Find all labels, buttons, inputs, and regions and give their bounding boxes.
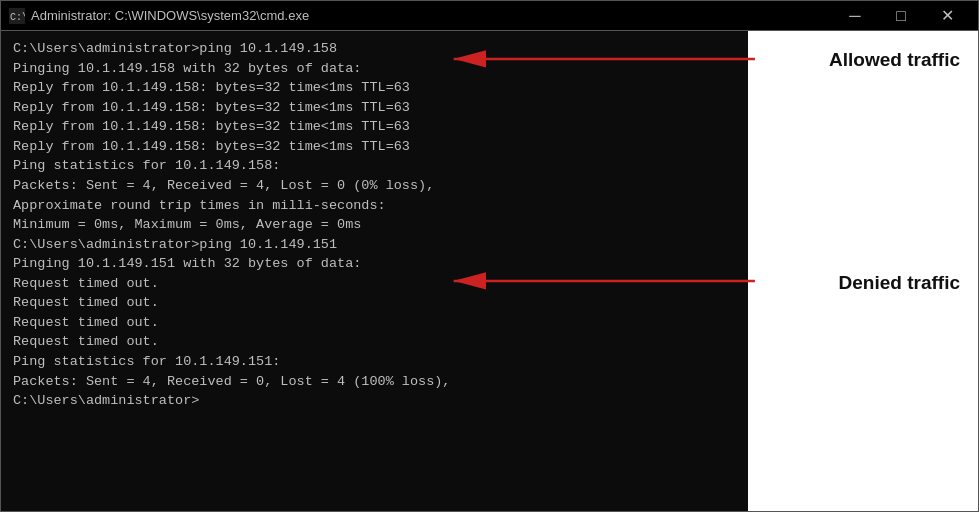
close-button[interactable]: ✕ (924, 1, 970, 31)
terminal-line: Request timed out. (13, 274, 736, 294)
terminal-line: C:\Users\administrator>ping 10.1.149.151 (13, 235, 736, 255)
terminal-line: Approximate round trip times in milli-se… (13, 196, 736, 216)
title-bar-text: Administrator: C:\WINDOWS\system32\cmd.e… (31, 8, 309, 23)
title-bar: C:\ Administrator: C:\WINDOWS\system32\c… (1, 1, 978, 31)
cmd-icon: C:\ (9, 8, 25, 24)
cmd-window: C:\ Administrator: C:\WINDOWS\system32\c… (0, 0, 979, 512)
terminal-line: Reply from 10.1.149.158: bytes=32 time<1… (13, 137, 736, 157)
terminal-line: Packets: Sent = 4, Received = 0, Lost = … (13, 372, 736, 392)
terminal-line: Packets: Sent = 4, Received = 4, Lost = … (13, 176, 736, 196)
maximize-button[interactable]: □ (878, 1, 924, 31)
terminal-line: Pinging 10.1.149.151 with 32 bytes of da… (13, 254, 736, 274)
terminal-line: Minimum = 0ms, Maximum = 0ms, Average = … (13, 215, 736, 235)
annotation-panel: Allowed traffic Denied traffic (748, 31, 978, 511)
terminal-line: Pinging 10.1.149.158 with 32 bytes of da… (13, 59, 736, 79)
title-bar-left: C:\ Administrator: C:\WINDOWS\system32\c… (9, 8, 309, 24)
terminal-line: Ping statistics for 10.1.149.158: (13, 156, 736, 176)
title-bar-buttons: ─ □ ✕ (832, 1, 970, 31)
minimize-button[interactable]: ─ (832, 1, 878, 31)
terminal-output[interactable]: C:\Users\administrator>ping 10.1.149.158… (1, 31, 748, 511)
svg-text:C:\: C:\ (10, 12, 25, 23)
terminal-line: Reply from 10.1.149.158: bytes=32 time<1… (13, 78, 736, 98)
terminal-line: Ping statistics for 10.1.149.151: (13, 352, 736, 372)
content-area: C:\Users\administrator>ping 10.1.149.158… (1, 31, 978, 511)
terminal-line: Reply from 10.1.149.158: bytes=32 time<1… (13, 117, 736, 137)
terminal-line: C:\Users\administrator> (13, 391, 736, 411)
terminal-line: Reply from 10.1.149.158: bytes=32 time<1… (13, 98, 736, 118)
terminal-line: Request timed out. (13, 313, 736, 333)
allowed-traffic-label: Allowed traffic (829, 49, 960, 71)
terminal-line: C:\Users\administrator>ping 10.1.149.158 (13, 39, 736, 59)
terminal-line: Request timed out. (13, 293, 736, 313)
denied-traffic-label: Denied traffic (839, 272, 960, 294)
terminal-line: Request timed out. (13, 332, 736, 352)
